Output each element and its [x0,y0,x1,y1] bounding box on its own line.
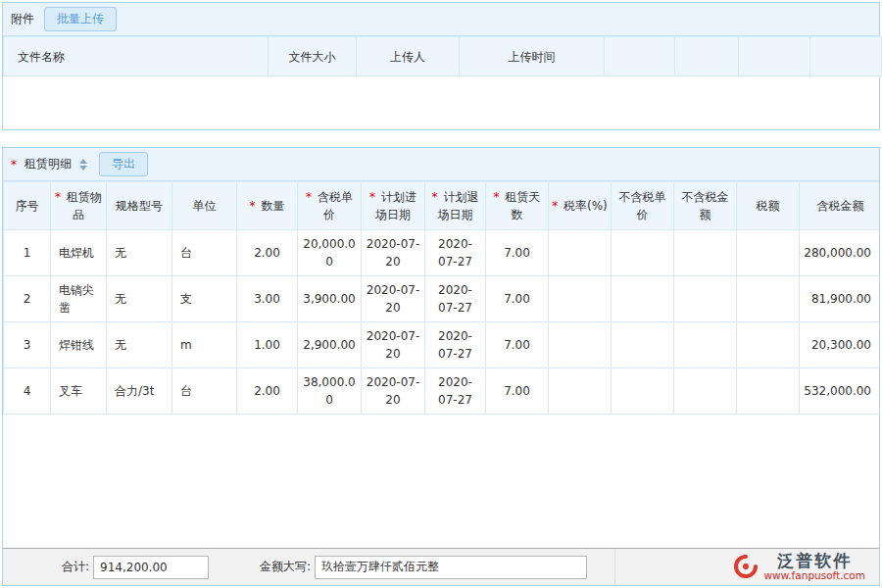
rental-column-header: * 租赁天数 [486,182,549,230]
rental-table: 序号* 租赁物品规格型号单位* 数量* 含税单价* 计划进场日期* 计划退场日期… [3,181,880,415]
rental-column-header: 规格型号 [107,182,172,230]
required-mark: * [250,199,260,213]
table-cell: 合力/3t [107,368,172,415]
attachment-panel: 附件 批量上传 文件名称文件大小上传人上传时间 [2,2,880,130]
table-cell [612,322,674,368]
page: 附件 批量上传 文件名称文件大小上传人上传时间 * 租赁明细 导出 [0,0,882,588]
table-cell [674,276,737,322]
table-cell: 电焊机 [51,230,107,276]
table-cell: 1 [4,230,51,276]
table-row[interactable]: 1电焊机无台2.0020,000.002020-07-202020-07-277… [4,230,881,276]
brand-watermark: 泛普软件 www.fanpusoft.com [734,552,871,581]
attachment-column-header [739,37,810,76]
table-cell: 无 [107,276,172,322]
required-mark: * [306,190,316,204]
table-cell: 81,900.00 [800,276,881,322]
table-cell [612,230,674,276]
table-cell: 3 [4,322,51,368]
brand-name: 泛普软件 [777,552,852,570]
table-cell: 2.00 [237,230,298,276]
table-cell [612,368,674,415]
rental-column-header: * 租赁物品 [51,182,107,230]
rental-header-row: 序号* 租赁物品规格型号单位* 数量* 含税单价* 计划进场日期* 计划退场日期… [4,182,881,230]
rental-column-header: * 计划进场日期 [362,182,425,230]
total-label: 合计: [62,559,89,575]
table-cell: 台 [172,368,237,415]
table-cell [674,368,737,415]
batch-upload-button[interactable]: 批量上传 [44,7,117,31]
export-button[interactable]: 导出 [99,152,148,176]
table-cell: 2,900.00 [298,322,362,368]
table-cell: 7.00 [486,276,549,322]
table-cell: 无 [107,230,172,276]
rental-column-header: 单位 [172,182,237,230]
required-mark: * [432,190,442,204]
table-cell [674,322,737,368]
table-cell [612,276,674,322]
table-cell: 2.00 [237,368,298,415]
amount-words-input[interactable] [315,556,587,579]
sort-icon[interactable] [79,159,87,171]
sort-down-arrow-icon [79,166,87,171]
rental-title: 租赁明细 [24,156,72,172]
table-cell: 7.00 [486,368,549,415]
rental-column-header: 含税金额 [800,182,881,230]
table-cell: 2020-07-27 [425,322,486,368]
table-cell: 2020-07-20 [362,322,425,368]
table-cell: 7.00 [486,322,549,368]
attachment-header-bar: 附件 批量上传 [3,3,879,36]
rental-table-body: 1电焊机无台2.0020,000.002020-07-202020-07-277… [4,230,881,415]
table-cell: 2020-07-20 [362,230,425,276]
table-cell [549,230,612,276]
table-row[interactable]: 4叉车合力/3t台2.0038,000.002020-07-202020-07-… [4,368,881,415]
table-cell: 2020-07-20 [362,276,425,322]
table-cell: 2 [4,276,51,322]
table-cell: 280,000.00 [800,230,881,276]
rental-column-header: * 税率(%) [549,182,612,230]
attachment-header-row: 文件名称文件大小上传人上传时间 [4,37,882,76]
rental-column-header: * 数量 [237,182,298,230]
rental-column-header: 不含税单价 [612,182,674,230]
table-cell: 支 [172,276,237,322]
table-cell [549,322,612,368]
attachment-column-header: 文件名称 [4,37,269,76]
attachment-column-header: 上传时间 [460,37,605,76]
rental-column-header: 序号 [4,182,51,230]
table-cell: 焊钳线 [51,322,107,368]
brand-text: 泛普软件 www.fanpusoft.com [763,552,865,581]
summary-footer: 合计: 金额大写: 泛普软件 www.fanpusoft.com [3,548,879,585]
rental-column-header: * 含税单价 [298,182,362,230]
total-input[interactable] [93,556,209,579]
footer-divider [614,549,615,585]
table-cell: 2020-07-27 [425,276,486,322]
table-row[interactable]: 2电镐尖凿无支3.003,900.002020-07-202020-07-277… [4,276,881,322]
required-mark: * [55,190,65,204]
table-cell: 1.00 [237,322,298,368]
table-cell: 38,000.00 [298,368,362,415]
attachment-empty-area [3,76,879,129]
attachment-table: 文件名称文件大小上传人上传时间 [3,36,882,76]
table-cell: 无 [107,322,172,368]
required-mark: * [552,199,562,213]
brand-logo-icon [734,555,758,578]
table-cell: 叉车 [51,368,107,415]
table-cell: 2020-07-20 [362,368,425,415]
table-cell: 2020-07-27 [425,230,486,276]
rental-empty-area [3,415,879,548]
table-cell: 2020-07-27 [425,368,486,415]
rental-column-header: * 计划退场日期 [425,182,486,230]
table-cell [549,276,612,322]
attachment-column-header: 文件大小 [269,37,357,76]
required-mark: * [11,158,17,172]
table-cell [737,230,800,276]
attachment-column-header [605,37,675,76]
attachment-column-header [810,37,882,76]
table-cell: 532,000.00 [800,368,881,415]
table-cell: m [172,322,237,368]
brand-url: www.fanpusoft.com [763,570,865,582]
attachment-column-header: 上传人 [357,37,460,76]
rental-panel: * 租赁明细 导出 序号* 租赁物品规格型号单位* 数量* 含税单价* 计划进场… [2,147,880,586]
required-mark: * [369,190,379,204]
table-cell [737,322,800,368]
table-row[interactable]: 3焊钳线无m1.002,900.002020-07-202020-07-277.… [4,322,881,368]
